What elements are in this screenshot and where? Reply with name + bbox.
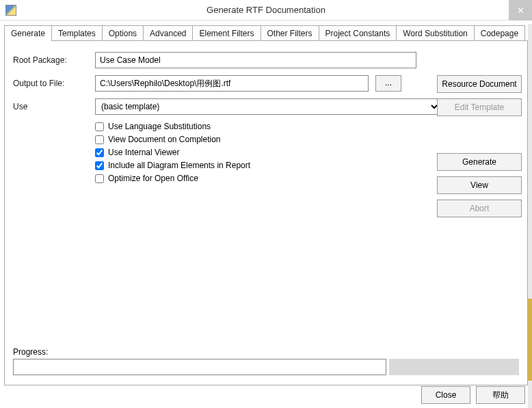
resource-document-button[interactable]: Resource Document [437,75,522,93]
help-button[interactable]: 帮助 [476,386,525,404]
include-diagram-checkbox[interactable] [95,161,104,170]
tab-panel-generate: Root Package: Output to File: ... Use (b… [4,40,528,385]
view-on-completion-checkbox[interactable] [95,135,104,144]
view-button[interactable]: View [437,176,522,194]
close-icon[interactable]: ✕ [509,0,532,21]
root-package-input[interactable] [95,52,416,68]
tab-other-filters[interactable]: Other Filters [261,25,319,41]
use-internal-viewer-label: Use Internal Viewer [108,148,180,157]
output-file-input[interactable] [95,75,369,92]
template-select[interactable]: (basic template) [95,98,440,115]
browse-button[interactable]: ... [375,75,401,92]
tabstrip: Generate Templates Options Advanced Elem… [4,25,528,41]
root-package-label: Root Package: [13,55,95,65]
progress-status-box [389,359,519,375]
scrollbar-thumb[interactable] [528,299,532,381]
titlebar: Generate RTF Documentation ✕ [0,0,532,21]
include-diagram-label: Include all Diagram Elements in Report [108,161,250,170]
tab-element-filters[interactable]: Element Filters [192,25,261,41]
close-button[interactable]: Close [421,386,470,404]
tab-advanced[interactable]: Advanced [143,25,193,41]
generate-button[interactable]: Generate [437,153,522,171]
progress-label: Progress: [13,347,519,357]
use-internal-viewer-checkbox[interactable] [95,148,104,157]
optimize-open-office-label: Optimize for Open Office [108,174,198,183]
tab-codepage[interactable]: Codepage [474,25,525,41]
view-on-completion-label: View Document on Completion [108,135,221,144]
app-icon [5,5,16,16]
use-language-substitutions-label: Use Language Substitutions [108,122,211,131]
progress-bar [13,359,386,375]
tab-project-constants[interactable]: Project Constants [319,25,397,41]
use-label: Use [13,102,95,111]
tab-options[interactable]: Options [102,25,144,41]
window-title: Generate RTF Documentation [0,5,532,15]
tab-templates[interactable]: Templates [51,25,103,41]
edit-template-button: Edit Template [437,98,522,116]
output-file-label: Output to File: [13,79,95,88]
optimize-open-office-checkbox[interactable] [95,174,104,183]
tab-generate[interactable]: Generate [4,25,52,41]
tab-word-substitution[interactable]: Word Substitution [396,25,475,41]
abort-button: Abort [437,200,522,217]
use-language-substitutions-checkbox[interactable] [95,122,104,131]
scrollbar-track[interactable] [528,24,532,408]
